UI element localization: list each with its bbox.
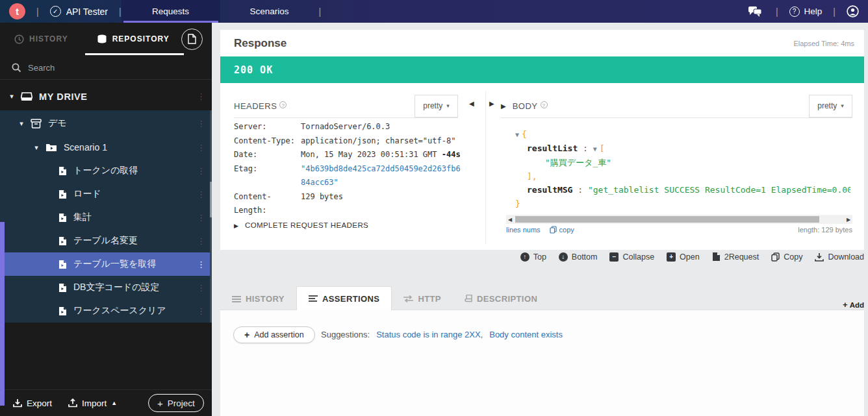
help-button[interactable]: ? Help [789, 6, 823, 17]
header-row: Content-Type: application/json; charset=… [234, 134, 468, 149]
suggestion-body-content-link[interactable]: Body content exists [489, 330, 563, 339]
chat-icon[interactable] [748, 6, 762, 18]
import-label: Import [82, 398, 107, 408]
plus-square-icon: + [667, 252, 676, 262]
chevron-down-icon[interactable]: ▼ [593, 145, 597, 153]
add-tab-button[interactable]: + Add [843, 300, 864, 310]
new-project-button[interactable]: + Project [148, 394, 204, 412]
to-request-button[interactable]: 2Request [712, 252, 760, 262]
tree-item-my-drive[interactable]: ▾ MY DRIVE ⋮ [0, 82, 212, 110]
more-menu-icon[interactable]: ⋮ [197, 236, 205, 246]
search-input[interactable] [28, 63, 184, 73]
more-menu-icon[interactable]: ⋮ [197, 306, 205, 316]
response-body-json: ▼{ resultList : ▼[ "購買データ_車" ], resultMS… [506, 127, 850, 210]
main-content: Response Elapsed Time: 4ms 200 OK HEADER… [212, 23, 868, 416]
tree-item-request[interactable]: ロード ⋮ [0, 182, 212, 206]
collapse-button[interactable]: − Collapse [609, 252, 654, 262]
question-icon[interactable]: ? [541, 101, 548, 108]
tab-label: HTTP [418, 294, 441, 304]
lines-nums-toggle[interactable]: lines nums [506, 226, 541, 234]
tree-item-request[interactable]: テーブル名変更 ⋮ [0, 229, 212, 252]
sidebar-tab-history[interactable]: HISTORY [14, 34, 68, 44]
button-label: Collapse [622, 252, 654, 262]
new-file-button[interactable] [181, 29, 203, 50]
open-button[interactable]: + Open [667, 252, 700, 262]
response-headers-list: Server: TornadoServer/6.0.3 Content-Type… [234, 120, 468, 218]
more-menu-icon[interactable]: ⋮ [197, 190, 205, 199]
clock-icon [14, 34, 24, 44]
complete-request-headers-toggle[interactable]: ▶ COMPLETE REQUEST HEADERS [234, 221, 368, 229]
add-assertion-button[interactable]: + Add assertion [233, 326, 315, 343]
button-label: Copy [784, 252, 802, 262]
more-menu-icon[interactable]: ⋮ [197, 119, 205, 128]
more-menu-icon[interactable]: ⋮ [197, 143, 205, 153]
more-menu-icon[interactable]: ⋮ [197, 260, 205, 269]
more-menu-icon[interactable]: ⋮ [197, 92, 205, 101]
scenario-folder-icon [45, 143, 57, 152]
sidebar-scrollbar[interactable] [210, 110, 212, 323]
list-icon [232, 295, 241, 303]
suggestions-label: Suggestions: [321, 330, 370, 339]
request-file-icon [58, 283, 67, 293]
headers-panel-title: HEADERS? [234, 101, 287, 111]
tree-item-request[interactable]: トークンの取得 ⋮ [0, 159, 212, 182]
request-file-icon [58, 306, 67, 316]
tree-item-label: DB文字コードの設定 [73, 282, 159, 293]
question-icon[interactable]: ? [279, 101, 287, 108]
toggle-label: COMPLETE REQUEST HEADERS [245, 221, 368, 229]
chevron-down-icon[interactable]: ▾ [18, 119, 25, 128]
download-button[interactable]: Download [815, 252, 864, 262]
account-icon[interactable] [847, 5, 859, 18]
chevron-down-icon[interactable]: ▼ [515, 131, 519, 138]
tree-item-request[interactable]: ワークスペースクリア ⋮ [0, 299, 212, 323]
tree-item-request[interactable]: DB文字コードの設定 ⋮ [0, 276, 212, 299]
bottom-button[interactable]: ↓ Bottom [559, 252, 598, 262]
chevron-down-icon[interactable]: ▾ [8, 92, 16, 101]
tree-item-request-selected[interactable]: テーブル一覧を取得 ⋮ [0, 252, 212, 276]
etag-value[interactable]: "4b639bd8de425ca72dd50459e2d263fb684acc6… [301, 162, 463, 190]
scroll-left-icon[interactable]: ◀ [506, 217, 514, 223]
more-menu-icon[interactable]: ⋮ [197, 213, 205, 223]
json-line: resultList : ▼[ [506, 141, 850, 156]
tree-item-project[interactable]: ▾ デモ ⋮ [0, 112, 212, 135]
import-button[interactable]: Import ▲ [68, 398, 117, 408]
scroll-right-icon[interactable]: ▶ [845, 217, 852, 223]
chevron-down-icon[interactable]: ▾ [32, 143, 40, 152]
time-skew-badge: -44s [442, 150, 461, 159]
sidebar-tab-repository[interactable]: REPOSITORY [92, 23, 175, 55]
search-bar[interactable] [0, 56, 212, 80]
project-label: Project [168, 398, 195, 408]
tab-assertions[interactable]: ASSERTIONS [296, 286, 392, 310]
divider: | [319, 6, 322, 17]
body-format-dropdown[interactable]: pretty ▾ [809, 95, 852, 117]
chevron-down-icon: ▾ [446, 103, 450, 109]
tab-requests[interactable]: Requests [121, 0, 220, 23]
tab-description[interactable]: DESCRIPTION [453, 288, 549, 310]
drive-icon [21, 92, 32, 101]
scrollbar-thumb[interactable] [515, 216, 819, 223]
arrow-down-circle-icon: ↓ [559, 252, 568, 262]
collapse-body-icon[interactable]: ▶ [501, 103, 506, 110]
body-horizontal-scrollbar[interactable]: ◀ ▶ [506, 215, 852, 224]
export-button[interactable]: Export [13, 398, 52, 408]
top-button[interactable]: ↑ Top [520, 252, 546, 262]
suggestion-status-code-link[interactable]: Status code is in range 2XX, [376, 330, 483, 339]
copy-body-button[interactable]: copy [550, 226, 574, 234]
tab-label: REPOSITORY [112, 34, 170, 43]
copy-button[interactable]: Copy [771, 252, 802, 262]
collapse-left-icon[interactable]: ◀ [469, 100, 474, 107]
expand-right-icon[interactable]: ▶ [489, 100, 494, 107]
button-label: Open [680, 252, 700, 262]
more-menu-icon[interactable]: ⋮ [197, 283, 205, 293]
more-menu-icon[interactable]: ⋮ [197, 166, 205, 176]
tab-http[interactable]: HTTP [392, 288, 453, 310]
tree-item-request[interactable]: 集計 ⋮ [0, 206, 212, 229]
response-title: Response [234, 37, 287, 50]
tab-label: HISTORY [246, 294, 285, 304]
app-logo[interactable]: t [9, 3, 25, 19]
tab-history[interactable]: HISTORY [220, 288, 296, 310]
headers-format-dropdown[interactable]: pretty ▾ [415, 95, 458, 117]
tab-scenarios[interactable]: Scenarios [220, 0, 319, 23]
tree-item-scenario[interactable]: ▾ Scenario 1 ⋮ [0, 136, 212, 159]
tree-item-label: ワークスペースクリア [73, 305, 166, 317]
